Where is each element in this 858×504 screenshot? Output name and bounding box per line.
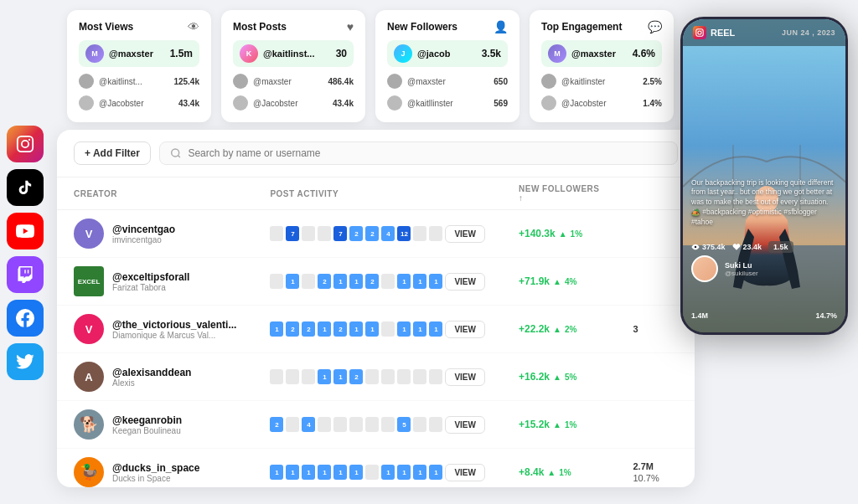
tiktok-icon[interactable]: [7, 169, 44, 206]
svg-point-12: [695, 246, 697, 249]
view-button-0[interactable]: VIEW: [445, 225, 485, 243]
view-button-5[interactable]: VIEW: [445, 464, 485, 481]
main-panel: + Add Filter CREATOR POST ACTIVITY NEW F…: [57, 130, 695, 487]
activity-bar-filled: 1: [349, 465, 363, 480]
activity-bar-empty: [302, 274, 315, 289]
phone-views-stat: 375.4k: [691, 243, 726, 251]
creators-table: CREATOR POST ACTIVITY NEW FOLLOWERS ↑ V@…: [57, 177, 695, 487]
activity-cell-3: 112VIEW: [253, 353, 502, 401]
activity-bar-filled: 1: [365, 321, 379, 337]
posts-icon: ♥: [347, 20, 354, 33]
activity-bar-empty: [302, 369, 315, 384]
activity-bar-filled: 1: [413, 274, 426, 289]
creator-avatar: 🦆: [74, 457, 104, 487]
most-posts-card: Most Posts ♥ K @kaitlinst... 30 @maxster…: [221, 10, 365, 122]
top-user-avatar: J: [394, 44, 412, 63]
activity-bar-filled: 2: [270, 417, 283, 432]
svg-point-3: [172, 149, 179, 157]
activity-bar-empty: [381, 274, 395, 289]
creator-info: @alexisanddeanAlexis: [112, 367, 191, 388]
view-button-3[interactable]: VIEW: [445, 368, 485, 386]
activity-bar-filled: 1: [286, 274, 299, 289]
trend-up-icon: ▲: [559, 229, 567, 239]
activity-bar-filled: 1: [318, 369, 331, 384]
activity-bar-filled: 1: [397, 321, 411, 337]
activity-bar-filled-dark: 12: [397, 226, 411, 241]
activity-bar-empty: [429, 417, 442, 432]
activity-bar-empty: [365, 465, 379, 480]
search-input[interactable]: [188, 147, 667, 159]
activity-bar-filled-dark: 7: [286, 226, 299, 241]
activity-bar-empty: [397, 369, 411, 384]
creator-info: @the_victorious_valenti...Diamonique & M…: [112, 319, 236, 340]
view-button-1[interactable]: VIEW: [445, 273, 485, 291]
activity-bar-filled: 1: [429, 274, 442, 289]
creator-avatar: 🐕: [74, 409, 104, 440]
activity-bar-empty: [413, 226, 426, 241]
view-button-4[interactable]: VIEW: [445, 416, 485, 434]
activity-bar-empty: [318, 417, 331, 432]
activity-bar-empty: [318, 226, 331, 241]
table-scroll[interactable]: CREATOR POST ACTIVITY NEW FOLLOWERS ↑ V@…: [57, 177, 695, 487]
activity-bar-filled: 1: [333, 369, 347, 384]
activity-bar-filled: 1: [349, 274, 363, 289]
followers-cell-3: +16.2k ▲5%: [502, 353, 616, 401]
activity-bar-empty: [349, 417, 363, 432]
search-icon: [170, 147, 182, 159]
svg-point-1: [22, 141, 28, 147]
activity-bar-filled: 4: [302, 417, 315, 432]
phone-bottom-data: 1.4M 14.7%: [691, 311, 837, 320]
creator-avatar: V: [74, 219, 104, 249]
top-user-avatar: M: [85, 44, 104, 63]
followers-value: +22.2k: [519, 323, 550, 335]
svg-point-2: [28, 139, 30, 141]
table-row: V@vincentgaoimvincentgao7722412VIEW+140.…: [57, 210, 695, 258]
activity-bar-filled: 1: [413, 321, 426, 337]
followers-icon: 👤: [494, 20, 508, 33]
activity-bar-empty: [270, 226, 283, 241]
activity-bar-empty: [413, 369, 426, 384]
phone-user-avatar: [691, 255, 718, 282]
phone-bottom-user: Suki Lu @sukiluser: [691, 255, 837, 282]
activity-bar-empty: [429, 369, 442, 384]
new-followers-others: @maxster650 @kaitllinster569: [387, 72, 508, 112]
followers-pct: 1%: [565, 420, 576, 429]
activity-bar-empty: [286, 369, 299, 384]
heart-icon: [732, 243, 741, 251]
svg-rect-0: [18, 136, 33, 152]
followers-value: +16.2k: [519, 371, 550, 383]
views-icon: 👁: [188, 20, 199, 33]
facebook-icon[interactable]: [7, 300, 44, 337]
activity-bar-empty: [365, 417, 379, 432]
activity-bar-filled: 1: [381, 465, 395, 480]
svg-point-11: [701, 30, 702, 31]
followers-value: +71.9k: [519, 275, 550, 287]
activity-bar-empty: [365, 369, 379, 384]
view-button-2[interactable]: VIEW: [445, 321, 485, 338]
trend-up-icon: ▲: [553, 277, 561, 286]
twitter-icon[interactable]: [7, 343, 44, 380]
activity-bar-filled: 1: [413, 465, 426, 480]
activity-bar-filled: 5: [397, 417, 411, 432]
instagram-icon[interactable]: [7, 126, 44, 162]
table-row: 🐕@keeganrobinKeegan Boulineau245VIEW+15.…: [57, 401, 695, 449]
top-engagement-others: @kaitlinster2.5% @Jacobster1.4%: [541, 72, 662, 112]
activity-cell-5: 1111111111VIEW: [253, 449, 502, 488]
twitch-icon[interactable]: [7, 256, 44, 293]
activity-bar-filled: 1: [397, 274, 411, 289]
youtube-icon[interactable]: [7, 213, 44, 249]
panel-toolbar: + Add Filter: [57, 130, 695, 177]
phone-comments-stat: 1.5k: [768, 241, 793, 253]
add-filter-button[interactable]: + Add Filter: [74, 141, 151, 165]
ig-icon: [693, 26, 706, 39]
activity-bar-filled: 1: [333, 274, 347, 289]
search-box: [159, 141, 678, 165]
most-posts-others: @maxster486.4k @Jacobster43.4k: [233, 72, 354, 112]
activity-bar-filled: 2: [302, 321, 315, 337]
phone-stats-bar: 375.4k 23.4k 1.5k: [691, 241, 837, 253]
phone-likes-stat: 23.4k: [732, 243, 762, 251]
activity-bar-empty: [381, 369, 395, 384]
followers-cell-1: +71.9k ▲4%: [502, 258, 616, 306]
creator-cell-2: V@the_victorious_valenti...Diamonique & …: [57, 306, 253, 353]
followers-cell-5: +8.4k ▲1%: [502, 449, 616, 488]
